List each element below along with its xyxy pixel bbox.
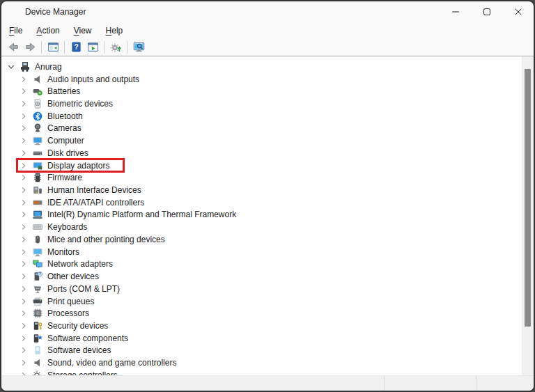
vertical-scrollbar[interactable]: [522, 56, 534, 375]
toolbar-separator: [64, 41, 65, 54]
tree-item-keyboards[interactable]: Keyboards: [1, 221, 522, 233]
help-button[interactable]: ?: [68, 40, 84, 55]
tree-item-label: Display adaptors: [47, 161, 109, 171]
storage-controller-icon: [32, 370, 43, 375]
tree-item-audio-inputs-and-outputs[interactable]: Audio inputs and outputs: [1, 73, 522, 86]
chevron-right-icon[interactable]: [18, 209, 29, 220]
tree-item-software-devices[interactable]: Software devices: [1, 345, 522, 357]
svg-text:?: ?: [39, 272, 41, 276]
chevron-right-icon[interactable]: [18, 148, 29, 159]
chevron-right-icon[interactable]: [18, 271, 29, 282]
tree-item-print-queues[interactable]: Print queues: [1, 295, 522, 308]
chevron-right-icon[interactable]: [18, 123, 29, 134]
chevron-right-icon[interactable]: [18, 308, 29, 319]
properties-window-button[interactable]: [85, 40, 100, 55]
unknown-device-icon: ?: [32, 271, 43, 282]
printer-icon: [32, 296, 43, 307]
chevron-right-icon[interactable]: [18, 160, 29, 171]
tree-item-label: Computer: [47, 136, 84, 146]
tree-item-label: Ports (COM & LPT): [47, 284, 120, 294]
chevron-right-icon[interactable]: [18, 320, 29, 331]
tree-item-bluetooth[interactable]: Bluetooth: [1, 110, 522, 123]
chevron-right-icon[interactable]: [18, 234, 29, 245]
chevron-right-icon[interactable]: [18, 246, 29, 258]
chevron-down-icon[interactable]: [6, 61, 17, 72]
tree-item-label: Bluetooth: [47, 111, 83, 121]
scan-hardware-button[interactable]: [108, 40, 123, 55]
menu-help[interactable]: Help: [99, 24, 130, 37]
tree-item-disk-drives[interactable]: Disk drives: [1, 147, 522, 159]
tree-item-security-devices[interactable]: Security devices: [1, 320, 522, 332]
menu-view[interactable]: View: [67, 24, 99, 37]
tree-item-human-interface-devices[interactable]: Human Interface Devices: [1, 184, 522, 196]
console-tree-icon: [47, 41, 59, 53]
tree-item-storage-controllers[interactable]: Storage controllers: [1, 369, 522, 375]
chevron-right-icon[interactable]: [18, 86, 29, 97]
monitor-search-button[interactable]: [131, 40, 146, 55]
chevron-right-icon[interactable]: [18, 74, 29, 85]
chevron-right-icon[interactable]: [18, 197, 29, 208]
tree-item-label: Storage controllers: [47, 370, 118, 375]
device-tree: AnuragAudio inputs and outputsBatteriesB…: [1, 61, 522, 375]
maximize-icon: [481, 6, 493, 17]
chevron-right-icon[interactable]: [18, 258, 29, 269]
scrollbar-thumb[interactable]: [525, 69, 531, 327]
chevron-right-icon[interactable]: [18, 98, 29, 109]
tree-item-cameras[interactable]: Cameras: [1, 123, 522, 135]
statusbar-panel: [384, 376, 476, 391]
tree-item-processors[interactable]: Processors: [1, 307, 522, 320]
computer-icon: [32, 135, 43, 146]
chevron-right-icon[interactable]: [18, 172, 29, 183]
console-tree-button[interactable]: [45, 40, 61, 55]
tree-item-label: Network adapters: [47, 259, 113, 269]
close-button[interactable]: [502, 1, 534, 22]
tree-item-label: Sound, video and game controllers: [47, 358, 176, 368]
maximize-button[interactable]: [471, 1, 502, 22]
tree-item-other-devices[interactable]: ?Other devices: [1, 270, 522, 283]
tree-item-firmware[interactable]: Firmware: [1, 171, 522, 184]
chevron-right-icon[interactable]: [18, 357, 29, 368]
tree-item-anurag[interactable]: Anurag: [1, 61, 522, 73]
tree-item-biometric-devices[interactable]: Biometric devices: [1, 97, 522, 110]
tree-item-batteries[interactable]: Batteries: [1, 85, 522, 97]
chevron-right-icon[interactable]: [18, 111, 29, 122]
toolbar-separator: [104, 41, 104, 54]
tree-item-label: Processors: [47, 308, 89, 318]
tree-item-label: Software components: [47, 334, 128, 343]
tree-item-computer[interactable]: Computer: [1, 134, 522, 147]
chevron-right-icon[interactable]: [18, 370, 29, 375]
menu-action[interactable]: Action: [29, 24, 66, 37]
tree-item-display-adaptors[interactable]: Display adaptors: [1, 159, 522, 172]
tree-item-label: Intel(R) Dynamic Platform and Thermal Fr…: [47, 210, 236, 219]
tree-item-label: Security devices: [47, 321, 108, 331]
tree-item-label: IDE ATA/ATAPI controllers: [47, 198, 144, 207]
minimize-button[interactable]: [440, 1, 471, 22]
tree-item-intel-r-dynamic-platform-and-thermal-framework[interactable]: Intel(R) Dynamic Platform and Thermal Fr…: [1, 209, 522, 221]
tree-item-ports-com-lpt[interactable]: Ports (COM & LPT): [1, 283, 522, 295]
tree-item-network-adapters[interactable]: Network adapters: [1, 258, 522, 271]
tree-item-mice-and-other-pointing-devices[interactable]: Mice and other pointing devices: [1, 233, 522, 246]
tree-item-ide-ata-atapi-controllers[interactable]: IDE ATA/ATAPI controllers: [1, 196, 522, 209]
chevron-right-icon[interactable]: [18, 296, 29, 307]
minimize-icon: [450, 6, 461, 17]
chevron-right-icon[interactable]: [18, 333, 29, 344]
tree-item-label: Monitors: [47, 247, 79, 257]
back-arrow-button[interactable]: [6, 40, 21, 55]
battery-icon: [32, 86, 43, 97]
tree-item-software-components[interactable]: Software components: [1, 332, 522, 345]
forward-arrow-button[interactable]: [22, 40, 38, 55]
chevron-right-icon[interactable]: [18, 135, 29, 146]
tree-item-label: Print queues: [47, 297, 94, 306]
chevron-right-icon[interactable]: [18, 283, 29, 295]
tree-item-sound-video-and-game-controllers[interactable]: Sound, video and game controllers: [1, 356, 522, 369]
tree-item-monitors[interactable]: Monitors: [1, 246, 522, 258]
tree-item-label: Other devices: [47, 272, 99, 281]
tree-item-label: Anurag: [35, 62, 62, 72]
ide-controller-icon: [32, 197, 43, 208]
chevron-right-icon[interactable]: [18, 345, 29, 356]
scan-hardware-icon: [110, 41, 122, 53]
chevron-right-icon[interactable]: [18, 221, 29, 233]
chevron-right-icon[interactable]: [18, 185, 29, 196]
display-adapter-icon: [32, 160, 43, 171]
menu-file[interactable]: File: [2, 24, 29, 37]
